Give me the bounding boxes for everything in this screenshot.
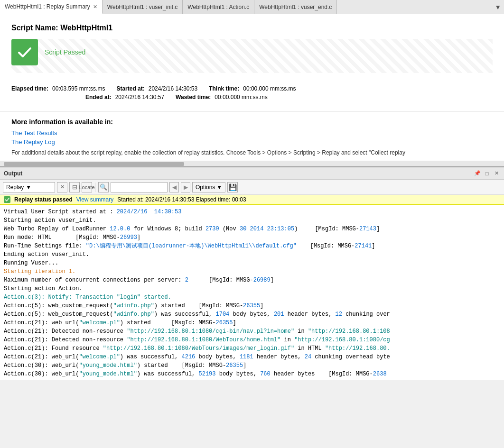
- nav-prev-btn[interactable]: ◀: [169, 182, 179, 192]
- output-status-info: Started at: 2024/2/16 14:30:53 Elapsed t…: [117, 196, 246, 203]
- script-name-heading: Script Name: WebHttpHtml1: [11, 24, 493, 32]
- log-line: Starting action vuser_init.: [4, 216, 500, 225]
- log-line: Run mode: HTML [MsgId: MMSG-26993]: [4, 233, 500, 242]
- tab-vuser-init-label: WebHttpHtml1 : vuser_init.c: [107, 4, 178, 10]
- replay-log-link[interactable]: The Replay Log: [11, 138, 493, 146]
- ended-value: 2024/2/16 14:30:57: [115, 94, 164, 101]
- log-line: Action.c(3): Notify: Transaction "login"…: [4, 293, 500, 302]
- output-title: Output: [4, 170, 22, 177]
- tab-action[interactable]: WebHttpHtml1 : Action.c: [183, 0, 254, 14]
- output-controls: 📌 □ ✕: [474, 170, 500, 177]
- started-label: Started at:: [116, 85, 144, 92]
- search-input[interactable]: [111, 182, 168, 192]
- log-line: Action.c(5): web_custom_request("wdinfo.…: [4, 302, 500, 310]
- replay-dropdown-label: Replay: [6, 184, 24, 191]
- copy-btn[interactable]: ⊟: [69, 182, 80, 192]
- elapsed-value: 00:03.595 mm:ss.ms: [52, 85, 105, 92]
- locate-label: Locate: [79, 184, 94, 190]
- more-info-section: More information is available in: The Te…: [0, 111, 504, 161]
- log-line: Run-Time Settings file: "D:\编程专用\测试项目(lo…: [4, 242, 500, 250]
- log-line: Starting action Action.: [4, 284, 500, 293]
- tab-replay-summary[interactable]: WebHttpHtml1 : Replay Summary ✕: [0, 0, 103, 14]
- locate-btn[interactable]: Locate: [82, 182, 92, 192]
- ended-label: Ended at:: [85, 94, 112, 101]
- view-summary-link[interactable]: View summary: [76, 196, 113, 203]
- think-value: 00:00.000 mm:ss.ms: [243, 85, 296, 92]
- log-line: Action.c(30): web_url("young_mode.html")…: [4, 361, 500, 370]
- output-header: Output 📌 □ ✕: [0, 167, 504, 180]
- script-name-value: WebHttpHtml1: [60, 24, 112, 32]
- options-arrow: ▼: [216, 184, 222, 191]
- pin-icon[interactable]: 📌: [474, 170, 481, 177]
- tab-bar: WebHttpHtml1 : Replay Summary ✕ WebHttpH…: [0, 0, 504, 14]
- started-value: 2024/2/16 14:30:53: [149, 85, 197, 92]
- additional-info-text: For additional details about the script …: [11, 149, 493, 156]
- maximize-icon[interactable]: □: [483, 170, 491, 177]
- log-area[interactable]: Virtual User Script started at : 2024/2/…: [0, 205, 504, 380]
- wasted-value: 00:00.000 mm:ss.ms: [215, 94, 267, 101]
- toolbar-separator: [95, 183, 95, 192]
- search-icon: 🔍: [98, 182, 109, 192]
- wasted-label: Wasted time:: [176, 94, 211, 101]
- metrics-section: Elapsed time: 00:03.595 mm:ss.ms Started…: [11, 81, 493, 103]
- status-area: Script Passed: [11, 39, 493, 73]
- log-line: Action.c(21): web_url("welcome.pl") was …: [4, 353, 500, 361]
- horizontal-scrollbar[interactable]: [0, 161, 504, 166]
- save-btn[interactable]: 💾: [227, 182, 238, 192]
- clear-btn[interactable]: ✕: [57, 182, 67, 192]
- status-pass-icon: [11, 39, 38, 65]
- output-panel: Output 📌 □ ✕ Replay ▼ ✕ ⊟ Locate 🔍 ◀ ▶ O…: [0, 166, 504, 380]
- status-passed-text: Replay status passed: [14, 196, 73, 203]
- log-line: Ending action vuser_init.: [4, 250, 500, 259]
- log-line: Action.c(21): Detected non-resource "htt…: [4, 336, 500, 344]
- log-line: Starting iteration 1.: [4, 267, 500, 276]
- close-output-icon[interactable]: ✕: [493, 170, 500, 177]
- log-line: Action.c(5): web_custom_request("wdinfo.…: [4, 310, 500, 319]
- tab-vuser-init[interactable]: WebHttpHtml1 : vuser_init.c: [103, 0, 183, 14]
- tab-overflow-icon[interactable]: ▼: [492, 3, 504, 11]
- log-line: Virtual User Script started at : 2024/2/…: [4, 208, 500, 216]
- elapsed-label: Elapsed time:: [11, 85, 48, 92]
- close-tab-icon[interactable]: ✕: [93, 4, 97, 10]
- log-line: Action.c(21): Detected non-resource "htt…: [4, 327, 500, 336]
- options-btn[interactable]: Options ▼: [192, 182, 225, 192]
- log-line: Action.c(21): Found resource "http://192…: [4, 344, 500, 353]
- test-results-link[interactable]: The Test Results: [11, 129, 493, 137]
- main-content: Script Name: WebHttpHtml1 Script Passed …: [0, 14, 504, 111]
- script-status: Script Passed: [45, 48, 85, 56]
- replay-dropdown-arrow: ▼: [26, 184, 31, 191]
- nav-next-btn[interactable]: ▶: [181, 182, 190, 192]
- status-green-check-icon: [4, 196, 10, 203]
- log-line: Running Vuser...: [4, 259, 500, 267]
- tab-vuser-end[interactable]: WebHttpHtml1 : vuser_end.c: [254, 0, 337, 14]
- output-toolbar: Replay ▼ ✕ ⊟ Locate 🔍 ◀ ▶ Options ▼ 💾: [0, 180, 504, 195]
- more-info-heading: More information is available in:: [11, 118, 493, 126]
- think-label: Think time:: [209, 85, 239, 92]
- options-label: Options: [196, 184, 215, 191]
- scrollbar-thumb: [4, 162, 184, 166]
- tab-action-label: WebHttpHtml1 : Action.c: [187, 4, 249, 10]
- script-name-label: Script Name:: [11, 24, 58, 32]
- tab-vuser-end-label: WebHttpHtml1 : vuser_end.c: [259, 4, 332, 10]
- tab-replay-summary-label: WebHttpHtml1 : Replay Summary: [5, 3, 90, 10]
- log-line: Maximum number of concurrent connections…: [4, 276, 500, 284]
- log-line: Action.c(30): web_url("young_mode.html")…: [4, 370, 500, 378]
- output-status-bar: Replay status passed View summary Starte…: [0, 195, 504, 205]
- replay-dropdown[interactable]: Replay ▼: [3, 182, 55, 192]
- log-line: Action.c(21): web_url("welcome.pl") star…: [4, 319, 500, 327]
- log-line: Action.c(38): web_custom_request("sea") …: [4, 378, 500, 380]
- log-line: Web Turbo Replay of LoadRunner 12.0.0 fo…: [4, 225, 500, 233]
